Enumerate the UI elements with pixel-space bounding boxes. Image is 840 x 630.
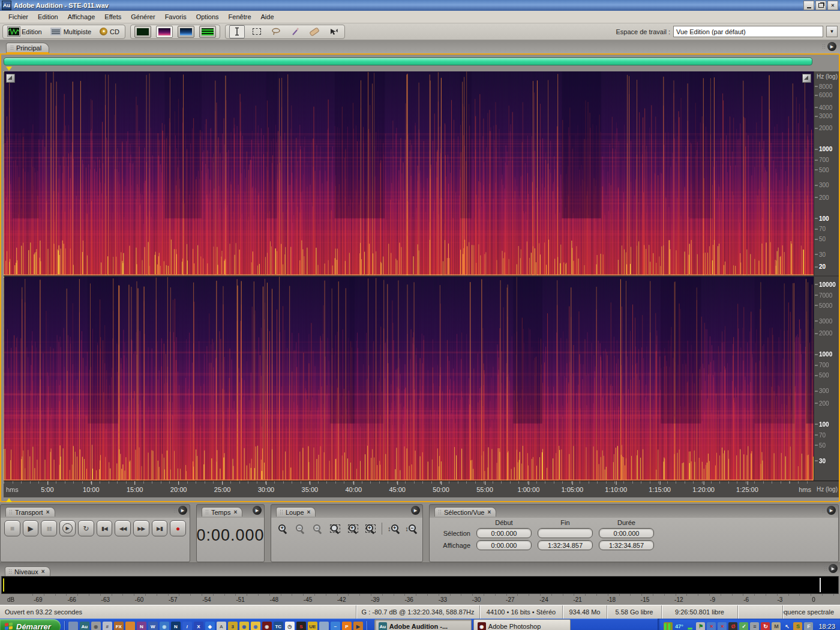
xara-icon[interactable]: X	[194, 622, 203, 630]
pause-button[interactable]: ▮▮	[41, 520, 57, 536]
close-button[interactable]: ×	[827, 1, 838, 10]
selection-vue-tab[interactable]: Sélection/Vue ×	[434, 507, 496, 517]
playhead-line[interactable]	[4, 277, 4, 481]
selection-vue-flyout-button[interactable]: ▶	[827, 506, 836, 515]
zoom-selection-left-edge-button[interactable]: +	[345, 521, 361, 536]
minimize-button[interactable]	[803, 1, 814, 10]
workspace-dropdown[interactable]: Vue Edition (par défaut)	[673, 26, 823, 37]
builder-icon[interactable]: 3	[228, 622, 238, 630]
spot-healing-brush-tool-button[interactable]	[307, 26, 322, 38]
calculator-icon[interactable]: #	[103, 622, 112, 630]
spectrogram-canvas-right-channel[interactable]	[4, 277, 814, 481]
zoom-out-full-button[interactable]: −	[310, 521, 325, 536]
temps-close-icon[interactable]: ×	[233, 510, 237, 515]
zoom-out-vertical-button[interactable]: ↕−	[403, 521, 419, 536]
panel-flyout-button[interactable]: ▶	[827, 42, 836, 51]
globe2-icon[interactable]: ◉	[251, 622, 260, 630]
messenger-icon[interactable]	[319, 622, 329, 630]
menu-item-affichage[interactable]: Affichage	[63, 12, 100, 22]
effects-paintbrush-tool-button[interactable]	[288, 26, 302, 38]
word-icon[interactable]: W	[148, 622, 158, 630]
timer-icon[interactable]: ◷	[285, 622, 295, 630]
frequency-ruler-left-channel[interactable]: Hz (log) 8000600040003000200010007005003…	[814, 71, 839, 275]
language-bar-icon[interactable]	[68, 622, 78, 630]
menu-item-fentre[interactable]: Fenêtre	[224, 12, 256, 22]
sync-tray-icon[interactable]: ↻	[761, 622, 770, 630]
network-disabled-icon[interactable]: ×	[707, 622, 716, 630]
volume-meter-tray-icon[interactable]: ▌▌	[664, 622, 673, 630]
loupe-close-icon[interactable]: ×	[307, 510, 311, 515]
field-affichage-2[interactable]: 1:32:34.857	[599, 540, 654, 550]
temps-flyout-button[interactable]: ▶	[253, 506, 262, 515]
waveform-view-button[interactable]	[134, 26, 151, 38]
restore-button[interactable]	[815, 1, 826, 10]
mouse-tray-icon[interactable]: M	[772, 622, 781, 630]
level-meter[interactable]	[1, 576, 839, 594]
field-sélection-2[interactable]: 0:00.000	[599, 528, 654, 538]
start-button[interactable]: Démarrer	[0, 619, 61, 630]
timeline-ruler[interactable]: 5:0010:0015:0020:0025:0030:0035:0040:004…	[4, 481, 814, 497]
marquee-selection-tool-button[interactable]	[250, 26, 264, 38]
audition-quicklaunch-icon[interactable]: Au	[80, 622, 89, 630]
transport-close-icon[interactable]: ×	[46, 510, 50, 515]
playhead-line[interactable]	[4, 71, 4, 275]
modem-tray-icon[interactable]: ≡	[750, 622, 759, 630]
current-time-display[interactable]: 0:00.000	[196, 526, 264, 545]
loupe-tab[interactable]: Loupe ×	[276, 507, 316, 517]
playhead-marker-bottom[interactable]	[6, 498, 12, 502]
loupe-flyout-button[interactable]: ▶	[411, 506, 420, 515]
temps-tab[interactable]: Temps ×	[202, 507, 242, 517]
workspace-dropdown-arrow[interactable]: ▼	[826, 26, 838, 37]
zoom-in-vertical-button[interactable]: ↕+	[386, 521, 401, 536]
ultraedit-icon[interactable]: UE	[308, 622, 317, 630]
field-affichage-0[interactable]: 0:00.000	[476, 540, 532, 550]
player-icon[interactable]: ◉	[91, 622, 101, 630]
horizontal-navigator-scrollbar[interactable]	[4, 58, 812, 65]
mode-edition-button[interactable]: Edition	[7, 27, 44, 36]
photoshop-eye-icon[interactable]: ◉	[262, 622, 272, 630]
menu-item-gnrer[interactable]: Générer	[126, 12, 160, 22]
spectral-phase-view-button[interactable]	[199, 26, 216, 38]
niveaux-flyout-button[interactable]: ▶	[829, 564, 838, 573]
pdf-icon[interactable]: P	[342, 622, 352, 630]
field-sélection-0[interactable]: 0:00.000	[476, 528, 532, 538]
niveaux-close-icon[interactable]: ×	[41, 569, 45, 574]
scheduler-tray-icon[interactable]: S	[793, 622, 802, 630]
go-to-end-button[interactable]: ▶▮	[152, 520, 168, 536]
play-button[interactable]: ▶	[23, 520, 39, 536]
go-to-start-button[interactable]: ▮◀	[97, 520, 113, 536]
play-from-cursor-button[interactable]: ▶	[59, 520, 76, 536]
fx-icon[interactable]: FX	[114, 622, 124, 630]
zoom-out-horizontal-button[interactable]: −	[292, 521, 308, 536]
scrub-tool-button[interactable]	[326, 26, 341, 38]
menu-item-favoris[interactable]: Favoris	[160, 12, 191, 22]
channel-restore-button-left[interactable]	[6, 74, 15, 83]
taskbar-clock[interactable]: 18:23	[818, 623, 835, 630]
temperature-indicator[interactable]: 47°	[674, 622, 683, 630]
spectrogram-canvas-left-channel[interactable]	[4, 71, 814, 275]
zoom-in-horizontal-button[interactable]: +	[275, 521, 290, 536]
menu-item-effets[interactable]: Effets	[100, 12, 126, 22]
swoosh-icon[interactable]: ~	[331, 622, 340, 630]
sbp-icon[interactable]: S	[296, 622, 306, 630]
menu-item-edition[interactable]: Edition	[33, 12, 63, 22]
field-affichage-1[interactable]: 1:32:34.857	[538, 540, 593, 550]
selection-vue-close-icon[interactable]: ×	[487, 510, 491, 515]
frequency-ruler-right-channel[interactable]: 1000070005000300020001000700500300200100…	[814, 277, 839, 481]
transport-flyout-button[interactable]: ▶	[178, 506, 187, 515]
archive-icon[interactable]: A	[217, 622, 226, 630]
diamond-icon[interactable]: ◆	[205, 622, 215, 630]
fast-forward-button[interactable]: ▶▶	[133, 520, 149, 536]
spectral-pan-view-button[interactable]	[178, 26, 194, 38]
tool-icon[interactable]: /	[182, 622, 192, 630]
network-disabled-icon-2[interactable]: ×	[718, 622, 727, 630]
pointer-tray-icon[interactable]: ↖	[782, 622, 791, 630]
lasso-selection-tool-button[interactable]	[269, 26, 283, 38]
menu-item-fichier[interactable]: Fichier	[4, 12, 33, 22]
transport-tab[interactable]: Transport ×	[5, 507, 55, 517]
play-looped-button[interactable]: ↻	[78, 520, 94, 536]
no-entry-tray-icon[interactable]: Ø	[728, 622, 737, 630]
folder-tray-icon[interactable]: F	[804, 622, 813, 630]
minimized-strip-icon[interactable]: ▂	[685, 622, 694, 630]
netscape-icon[interactable]: N	[171, 622, 181, 630]
